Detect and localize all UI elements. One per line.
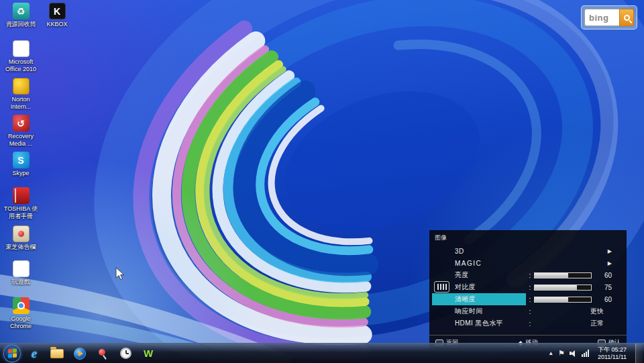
desktop-icon-skype[interactable]: S Skype bbox=[1, 152, 40, 177]
monitor-osd-panel: 图像 3D ▶ MAGIC ▶ 亮度 : 60 对比度 : 75 bbox=[429, 230, 627, 350]
response-time-value: 更快 bbox=[534, 307, 612, 316]
clock-app-icon[interactable] bbox=[116, 345, 135, 362]
osd-menu-list: 3D ▶ MAGIC ▶ 亮度 : 60 对比度 : 75 清晰度 : bbox=[429, 245, 627, 329]
desktop-icon-label: Recovery Media ... bbox=[1, 133, 40, 147]
recovery-disc-icon: ↺ bbox=[13, 115, 30, 132]
contrast-value: 75 bbox=[594, 284, 612, 291]
osd-item-response-time[interactable]: 响应时间 : 更快 bbox=[429, 305, 627, 317]
bing-search-button[interactable] bbox=[619, 9, 634, 26]
desktop-icon-chrome[interactable]: Google Chrome bbox=[1, 297, 40, 329]
action-center-flag-icon[interactable]: ⚑ bbox=[558, 350, 565, 357]
taskbar-clock[interactable]: 下午 05:27 2011/11/11 bbox=[594, 346, 631, 360]
taskbar: e W ▲ ⚑ 下午 05:27 2011/11/11 bbox=[0, 343, 644, 363]
osd-item-3d[interactable]: 3D ▶ bbox=[429, 245, 627, 257]
desktop-icon-label: TOSHIBA 使用者手冊 bbox=[1, 205, 40, 219]
skype-icon: S bbox=[13, 152, 30, 168]
bing-search-input[interactable]: bing bbox=[584, 9, 619, 26]
desktop-icon-office[interactable]: Microsoft Office 2010 bbox=[1, 40, 40, 72]
sharpness-value: 60 bbox=[594, 296, 612, 303]
desktop-icon-recycle-bin[interactable]: ♻ 資源回收筒 bbox=[1, 3, 40, 28]
search-icon bbox=[624, 15, 630, 21]
desktop-icon-toshiba-manual[interactable]: TOSHIBA 使用者手冊 bbox=[1, 187, 40, 219]
show-desktop-button[interactable] bbox=[635, 344, 643, 363]
osd-item-hdmi-black-level[interactable]: HDMI 黑色水平 : 正常 bbox=[429, 317, 627, 329]
pushpin-app-icon[interactable] bbox=[93, 345, 112, 362]
games-w-icon: W bbox=[13, 260, 30, 277]
explorer-folder-icon[interactable] bbox=[48, 345, 66, 362]
media-player-icon[interactable] bbox=[70, 345, 89, 362]
osd-item-magic[interactable]: MAGIC ▶ bbox=[429, 257, 627, 269]
tray-expand-icon[interactable]: ▲ bbox=[548, 350, 553, 356]
windows-logo-icon bbox=[8, 348, 17, 358]
desktop-screen: ♻ 資源回收筒 K KKBOX Microsoft Office 2010 No… bbox=[0, 0, 644, 363]
desktop-icon-recovery[interactable]: ↺ Recovery Media ... bbox=[1, 115, 40, 147]
desktop-icon-label: Norton Intern... bbox=[1, 96, 40, 110]
w-app-icon[interactable]: W bbox=[139, 345, 158, 362]
start-button[interactable] bbox=[3, 345, 21, 362]
sharpness-slider[interactable] bbox=[534, 297, 592, 303]
bing-search-gadget: bing bbox=[581, 5, 637, 30]
chevron-right-icon: ▶ bbox=[608, 260, 612, 266]
office-icon bbox=[13, 40, 30, 57]
osd-item-brightness[interactable]: 亮度 : 60 bbox=[429, 269, 627, 281]
norton-globe-icon bbox=[13, 78, 30, 95]
desktop-icon-kkbox[interactable]: K KKBOX bbox=[38, 3, 76, 28]
desktop-icon-label: Microsoft Office 2010 bbox=[1, 58, 40, 72]
clock-date: 2011/11/11 bbox=[598, 354, 627, 361]
speaker-icon[interactable] bbox=[570, 350, 577, 357]
chrome-icon bbox=[13, 297, 30, 314]
clock-time: 下午 05:27 bbox=[598, 346, 627, 354]
bing-logo: bing bbox=[589, 13, 608, 23]
hdmi-black-level-value: 正常 bbox=[534, 319, 612, 328]
system-tray: ▲ ⚑ 下午 05:27 2011/11/11 bbox=[548, 344, 644, 363]
brightness-value: 60 bbox=[594, 272, 612, 279]
osd-item-contrast[interactable]: 对比度 : 75 bbox=[429, 281, 627, 293]
contrast-slider[interactable] bbox=[534, 284, 592, 291]
desktop-icon-label: KKBOX bbox=[38, 21, 76, 28]
desktop-icon-norton[interactable]: Norton Intern... bbox=[1, 78, 40, 110]
taskbar-apps: e W bbox=[0, 345, 548, 362]
desktop-icon-games[interactable]: W 玩遊戲 bbox=[1, 260, 40, 286]
brightness-slider[interactable] bbox=[534, 272, 592, 278]
kkbox-icon: K bbox=[49, 3, 66, 19]
bulletin-pin-icon bbox=[13, 225, 30, 242]
desktop-icon-label: Google Chrome bbox=[1, 315, 40, 329]
osd-item-sharpness[interactable]: 清晰度 : 60 bbox=[429, 293, 627, 305]
desktop-icon-label: Skype bbox=[1, 170, 40, 177]
osd-menu-title: 图像 bbox=[435, 234, 447, 242]
desktop-icon-toshiba-bulletin[interactable]: 東芝佈告欄 bbox=[1, 225, 40, 251]
desktop-icon-label: 東芝佈告欄 bbox=[1, 244, 40, 251]
desktop-icon-label: 玩遊戲 bbox=[1, 278, 40, 286]
desktop-icon-label: 資源回收筒 bbox=[1, 21, 40, 28]
network-icon[interactable] bbox=[582, 350, 589, 357]
manual-book-icon bbox=[13, 187, 30, 204]
chevron-right-icon: ▶ bbox=[608, 248, 612, 254]
internet-explorer-icon[interactable]: e bbox=[25, 345, 44, 362]
recycle-bin-icon: ♻ bbox=[13, 3, 30, 19]
